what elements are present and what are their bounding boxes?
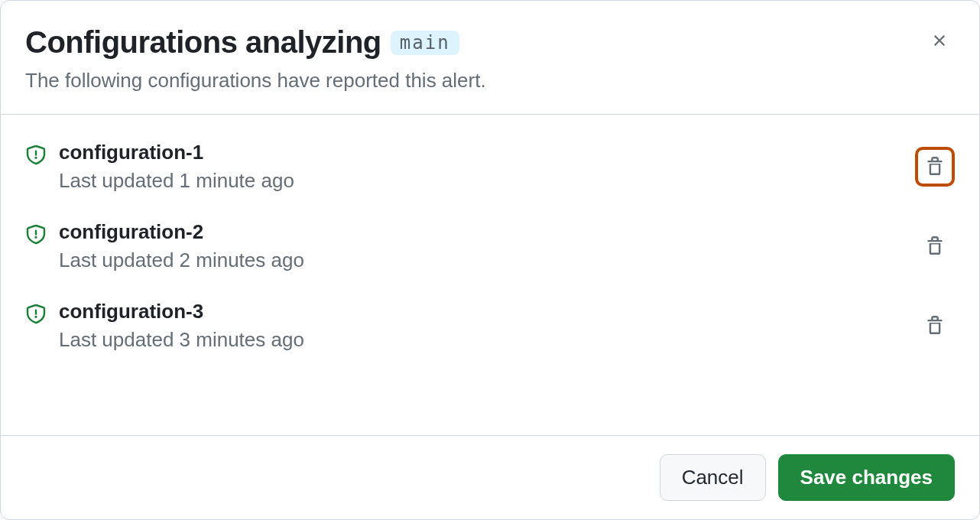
list-item: configuration-3 Last updated 3 minutes a… xyxy=(25,286,955,366)
configuration-list: configuration-1 Last updated 1 minute ag… xyxy=(1,115,979,435)
delete-button[interactable] xyxy=(915,147,955,187)
dialog-footer: Cancel Save changes xyxy=(1,436,979,519)
delete-button[interactable] xyxy=(915,306,955,346)
config-name: configuration-1 xyxy=(59,141,903,164)
trash-icon xyxy=(925,236,945,256)
branch-badge: main xyxy=(391,31,459,55)
trash-icon xyxy=(925,157,945,177)
list-item: configuration-2 Last updated 2 minutes a… xyxy=(25,206,955,286)
title-row: Configurations analyzing main xyxy=(25,25,955,60)
shield-alert-icon xyxy=(25,144,47,165)
dialog-header: Configurations analyzing main The follow… xyxy=(1,1,979,114)
config-updated: Last updated 2 minutes ago xyxy=(59,249,903,272)
dialog-subtitle: The following configurations have report… xyxy=(25,69,955,93)
config-text: configuration-3 Last updated 3 minutes a… xyxy=(59,300,903,352)
config-name: configuration-3 xyxy=(59,300,903,323)
close-icon xyxy=(930,31,949,50)
list-item: configuration-1 Last updated 1 minute ag… xyxy=(25,127,955,206)
config-updated: Last updated 1 minute ago xyxy=(59,169,903,193)
trash-icon xyxy=(925,316,945,336)
delete-button[interactable] xyxy=(915,226,955,266)
dialog-title: Configurations analyzing xyxy=(25,25,381,60)
config-updated: Last updated 3 minutes ago xyxy=(59,328,903,352)
cancel-button[interactable]: Cancel xyxy=(660,454,766,501)
shield-alert-icon xyxy=(25,223,47,245)
save-button[interactable]: Save changes xyxy=(778,454,955,501)
config-text: configuration-2 Last updated 2 minutes a… xyxy=(59,220,903,272)
close-button[interactable] xyxy=(924,25,955,56)
config-name: configuration-2 xyxy=(59,220,903,244)
shield-alert-icon xyxy=(25,303,47,324)
config-text: configuration-1 Last updated 1 minute ag… xyxy=(59,141,903,193)
configurations-dialog: Configurations analyzing main The follow… xyxy=(0,0,980,520)
